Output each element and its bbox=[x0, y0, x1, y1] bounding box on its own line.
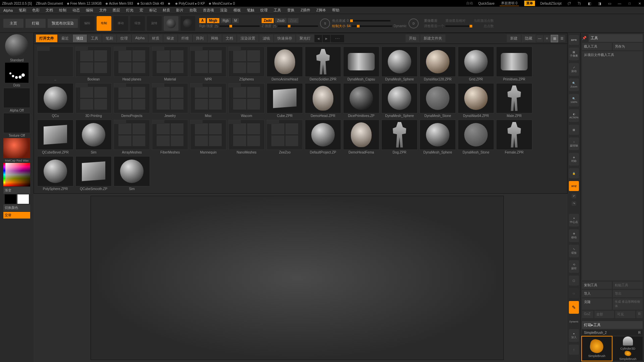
save-as-button[interactable]: 另存为 bbox=[613, 43, 643, 50]
menu-item[interactable]: Z脚本 bbox=[316, 8, 326, 13]
sculptris-icon[interactable] bbox=[164, 16, 178, 31]
next-icon[interactable]: ► bbox=[323, 35, 330, 42]
browser-item[interactable]: Wacom bbox=[228, 83, 265, 118]
minimize-icon[interactable]: — bbox=[617, 1, 622, 6]
brush-thumb[interactable] bbox=[5, 34, 29, 58]
scale-mode-icon[interactable]: 缩放 bbox=[130, 16, 145, 31]
new-button[interactable]: 新建 bbox=[507, 35, 521, 42]
browser-tab[interactable]: 工具 bbox=[88, 35, 102, 42]
frame-icon[interactable]: ▢ bbox=[569, 276, 579, 286]
zadd-button[interactable]: Zadd bbox=[262, 18, 274, 23]
brush-name-field[interactable]: SimpleBrush_2R bbox=[582, 330, 643, 336]
bpr-preview-button[interactable]: 预览布尔渲染 bbox=[48, 19, 78, 28]
export-button[interactable]: 导出 bbox=[613, 290, 643, 297]
paste-tool-button[interactable]: 粘贴工具 bbox=[613, 282, 643, 289]
move-icon[interactable]: ✥移动 bbox=[569, 229, 579, 242]
deep-icon[interactable]: ●深入 bbox=[569, 329, 579, 342]
close-icon[interactable]: ✕ bbox=[637, 1, 642, 6]
menu-item[interactable]: 帮助 bbox=[332, 8, 339, 13]
quicksave-button[interactable]: QuickSave bbox=[478, 2, 494, 5]
browser-item[interactable]: .. bbox=[37, 47, 73, 81]
menu-item[interactable]: 文档 bbox=[46, 8, 53, 13]
lsym-icon[interactable]: ◈对称 bbox=[569, 153, 579, 166]
browser-item[interactable]: DynaMesh_Sphere bbox=[420, 120, 456, 154]
browser-item[interactable]: NPR bbox=[190, 47, 226, 81]
browser-item[interactable]: DemoProjects bbox=[114, 83, 150, 118]
texture-thumb[interactable] bbox=[3, 113, 30, 133]
layout-icon[interactable]: ◧ bbox=[587, 1, 592, 6]
menu-item[interactable]: 影片 bbox=[176, 8, 183, 13]
browser-tab[interactable]: 快速保存 bbox=[274, 35, 296, 42]
view-large-icon[interactable]: ☰ bbox=[558, 35, 565, 42]
r-button[interactable]: R bbox=[636, 311, 643, 318]
maximize-icon[interactable]: □ bbox=[627, 1, 632, 6]
browser-item[interactable]: Misc bbox=[190, 83, 226, 118]
browser-tab[interactable]: 渲染设置 bbox=[237, 35, 259, 42]
browser-item[interactable]: Dog.ZPR bbox=[381, 120, 418, 154]
menu-item[interactable]: 宏 bbox=[140, 8, 143, 13]
import-from-project-button[interactable]: 从项目文件载入工具 bbox=[582, 51, 643, 281]
goz-visible-button[interactable]: 可见 bbox=[615, 311, 635, 318]
menu-item[interactable]: 拾取 bbox=[190, 8, 197, 13]
browser-item[interactable]: Jewelry bbox=[152, 83, 188, 118]
tool-thumb-cylinder[interactable]: Cylinder3D SimpleBrush bbox=[613, 337, 643, 361]
tool-thumb-simplebrush[interactable]: SimpleBrush bbox=[582, 337, 612, 361]
s-nav-icon[interactable]: S bbox=[320, 18, 330, 28]
scale-icon[interactable]: ⤡缩放 bbox=[569, 245, 579, 257]
stroke-thumb[interactable] bbox=[5, 63, 29, 83]
browser-item[interactable]: Sim bbox=[114, 156, 150, 191]
browser-item[interactable]: DynaMesh_Sphere bbox=[381, 83, 418, 118]
view-minimal-icon[interactable]: — bbox=[536, 35, 543, 42]
browser-item[interactable]: 3D Printing bbox=[75, 83, 112, 118]
undo-icon[interactable]: ↶ bbox=[572, 194, 576, 198]
import-button[interactable]: 导入 bbox=[582, 290, 612, 297]
alt-button[interactable]: 交替 bbox=[3, 212, 30, 219]
switch-color-button[interactable]: 切换颜色 bbox=[3, 204, 30, 211]
menu-item[interactable]: 编辑 bbox=[86, 8, 93, 13]
browser-item[interactable]: DemoSoldier.ZPR bbox=[305, 47, 341, 81]
dynamic-label[interactable]: Dynamic bbox=[393, 24, 407, 28]
grid-icon[interactable]: ▦ bbox=[569, 125, 579, 135]
browser-item[interactable]: DynaMesh_Sphere bbox=[381, 47, 418, 81]
bpr-button[interactable]: BPR bbox=[569, 35, 579, 45]
browser-item[interactable]: DicePrimitives.ZP bbox=[343, 83, 379, 118]
browser-tab[interactable]: 笔刷 bbox=[102, 35, 116, 42]
browser-item[interactable]: Grid.ZPR bbox=[458, 47, 494, 81]
menu-item[interactable]: Z插件 bbox=[301, 8, 310, 13]
help2-icon[interactable]: ?⟩ bbox=[577, 1, 582, 6]
adjust-last[interactable]: 调整最后一个 bbox=[424, 24, 444, 28]
browser-item[interactable]: QCubeBevel.ZPR bbox=[37, 120, 73, 154]
browser-item[interactable]: Boolean bbox=[75, 47, 112, 81]
swatch-black[interactable] bbox=[5, 194, 16, 204]
browser-item[interactable]: PolySphere.ZPR bbox=[37, 156, 73, 191]
menu-item[interactable]: 绘制 bbox=[59, 8, 66, 13]
browser-item[interactable]: ZeeZoo bbox=[267, 120, 303, 154]
browser-tab[interactable]: 阵列 bbox=[193, 35, 207, 42]
browser-item[interactable]: Male.ZPR bbox=[496, 83, 532, 118]
browser-item[interactable]: Mannequin bbox=[190, 120, 226, 154]
save-layout-icon[interactable]: ▭ bbox=[607, 1, 612, 6]
edit-mode-icon[interactable]: 编辑 bbox=[80, 16, 95, 31]
view-grid-icon[interactable]: ▦ bbox=[551, 35, 558, 42]
float-icon[interactable]: ↕旋转轴 bbox=[569, 137, 579, 150]
browser-item[interactable]: DemoAnimeHead bbox=[267, 47, 303, 81]
browser-tab[interactable]: 材质 bbox=[149, 35, 163, 42]
tools-header[interactable]: 工具 bbox=[589, 34, 643, 42]
drawsize-slider[interactable] bbox=[352, 25, 392, 27]
rgb-intensity-slider[interactable] bbox=[219, 25, 260, 27]
lightbox-button[interactable]: 灯箱 bbox=[25, 19, 46, 28]
default-zscript[interactable]: DefaultZScript bbox=[540, 2, 561, 5]
browser-tab[interactable]: 纤维 bbox=[178, 35, 192, 42]
subpixel-icon[interactable]: ▦子像素 bbox=[569, 48, 579, 60]
browser-item[interactable]: DefaultProject.ZP bbox=[305, 120, 341, 154]
browser-item[interactable]: DynaMesh_Stone bbox=[458, 120, 494, 154]
material-thumb[interactable] bbox=[3, 138, 30, 158]
start-button[interactable]: 开始 bbox=[406, 35, 420, 42]
load-tool-button[interactable]: 载入工具 bbox=[582, 43, 612, 50]
menu-item[interactable]: 笔刷 bbox=[19, 8, 26, 13]
z-intensity-slider[interactable] bbox=[278, 25, 318, 27]
redo-last[interactable]: 重做最后 bbox=[424, 18, 437, 23]
browser-item[interactable]: ZSpheres bbox=[228, 47, 265, 81]
menu-item[interactable]: 文件 bbox=[99, 8, 107, 13]
goz-button[interactable]: GoZ bbox=[582, 311, 593, 318]
